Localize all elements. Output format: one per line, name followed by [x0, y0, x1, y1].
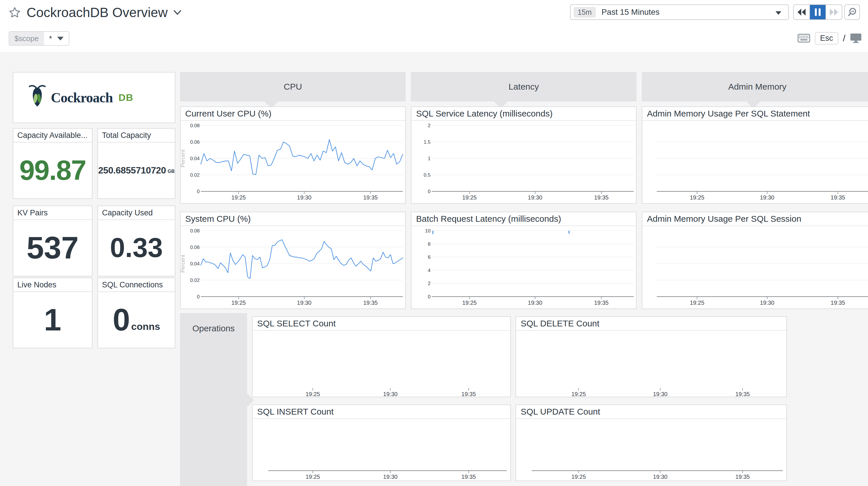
chart-card-admin-memory-statement[interactable]: Admin Memory Usage Per SQL Statement19:2… [642, 106, 868, 204]
chart-card-sql-delete-count[interactable]: SQL DELETE Count19:2519:3019:35 [516, 316, 787, 397]
chart-title: SQL SELECT Count [252, 317, 510, 331]
group-header-operations[interactable]: Operations [180, 313, 247, 486]
svg-text:19:35: 19:35 [363, 299, 378, 306]
brand-suffix: DB [119, 92, 133, 103]
stat-title: Live Nodes [13, 278, 92, 292]
svg-text:0: 0 [428, 294, 431, 299]
chart-card-sql-service-latency[interactable]: SQL Service Latency (milliseconds)00.511… [411, 106, 637, 204]
svg-text:19:35: 19:35 [363, 194, 378, 201]
svg-text:19:30: 19:30 [760, 194, 774, 201]
svg-text:6: 6 [428, 254, 431, 260]
chart-card-batch-request-latency[interactable]: Batch Request Latency (milliseconds)0246… [411, 211, 637, 309]
group-label: Operations [180, 323, 247, 333]
svg-text:19:30: 19:30 [653, 474, 668, 480]
chart-card-sql-insert-count[interactable]: SQL INSERT Count19:2519:3019:35 [252, 404, 511, 481]
scope-name: $scope [9, 32, 44, 45]
svg-text:0.04: 0.04 [190, 261, 200, 266]
chart-card-sql-update-count[interactable]: SQL UPDATE Count19:2519:3019:35 [516, 404, 787, 481]
svg-text:0.02: 0.02 [190, 172, 200, 178]
svg-text:19:25: 19:25 [571, 391, 586, 397]
chart-plot[interactable]: 00.020.040.060.0819:2519:3019:35Percent [181, 226, 405, 309]
chart-title: SQL DELETE Count [516, 317, 786, 331]
chart-plot[interactable]: 19:2519:3019:35 [642, 121, 868, 204]
keyboard-icon[interactable] [798, 34, 810, 42]
chart-card-admin-memory-session[interactable]: Admin Memory Usage Per SQL Session19:251… [642, 211, 868, 309]
chart-card-sql-select-count[interactable]: SQL SELECT Count19:2519:3019:35 [252, 316, 511, 397]
rewind-button[interactable] [794, 5, 810, 19]
stat-value: 99.87 [19, 156, 86, 184]
playback-controls [793, 4, 842, 20]
scope-value[interactable]: * [44, 32, 69, 45]
fast-forward-button[interactable] [826, 5, 842, 19]
group-label: Admin Memory [728, 82, 786, 92]
group-header-cpu[interactable]: CPU [180, 72, 406, 102]
template-variable-scope[interactable]: $scope * [9, 31, 69, 46]
svg-text:19:30: 19:30 [760, 299, 774, 306]
svg-text:19:30: 19:30 [383, 391, 398, 397]
stat-title: KV Pairs [13, 206, 92, 220]
stat-title: Total Capacity [98, 128, 175, 143]
stat-card-total-capacity[interactable]: Total Capacity 250.6855710720GB [97, 128, 176, 199]
group-label: CPU [284, 82, 302, 92]
svg-text:8: 8 [428, 241, 431, 247]
brand-name: Cockroach [51, 90, 113, 106]
chart-card-current-user-cpu[interactable]: Current User CPU (%)00.020.040.060.0819:… [180, 106, 406, 204]
chart-plot[interactable]: 00.511.5219:2519:3019:35 [411, 121, 636, 204]
stat-card-live-nodes[interactable]: Live Nodes 1 [13, 278, 92, 348]
chart-plot[interactable]: 024681019:2519:3019:35 [411, 226, 636, 309]
chart-title: SQL UPDATE Count [516, 405, 786, 419]
zoom-out-button[interactable] [844, 4, 860, 20]
stat-title: Capacity Available... [13, 128, 92, 143]
svg-text:19:30: 19:30 [297, 299, 311, 306]
svg-text:19:35: 19:35 [461, 391, 476, 397]
chart-plot[interactable]: 19:2519:3019:35 [252, 331, 510, 397]
chart-plot[interactable]: 00.020.040.060.0819:2519:3019:35Percent [181, 121, 405, 204]
svg-text:19:30: 19:30 [528, 194, 542, 201]
stat-value: 1 [44, 304, 61, 335]
star-icon[interactable] [9, 6, 21, 19]
svg-text:0: 0 [197, 294, 200, 299]
svg-text:2: 2 [428, 281, 431, 286]
stat-card-capacity-available[interactable]: Capacity Available... 99.87 [13, 128, 92, 199]
stat-card-kv-pairs[interactable]: KV Pairs 537 [13, 205, 92, 277]
svg-text:0: 0 [197, 189, 200, 194]
svg-text:19:30: 19:30 [653, 391, 668, 397]
stat-unit: GB [167, 169, 175, 174]
esc-key[interactable]: Esc [815, 32, 838, 45]
cockroachdb-logo-card: Cockroach DB [13, 72, 176, 123]
svg-text:19:25: 19:25 [231, 194, 246, 201]
chart-plot[interactable]: 19:2519:3019:35 [642, 226, 868, 309]
fast-forward-icon [830, 9, 838, 16]
svg-text:0.08: 0.08 [190, 123, 200, 128]
dashboard-app: CockroachDB Overview 15m Past 15 Minutes… [0, 0, 868, 486]
chart-title: Current User CPU (%) [181, 107, 405, 121]
chevron-down-icon[interactable] [174, 10, 182, 15]
fullscreen-tv-icon[interactable] [850, 33, 862, 43]
dropdown-caret-icon [776, 11, 781, 15]
chart-plot[interactable]: 19:2519:3019:35 [516, 331, 786, 397]
svg-text:10: 10 [425, 228, 431, 234]
stat-value: 250.6855710720 [98, 166, 166, 175]
rewind-icon [798, 9, 806, 16]
scope-caret-icon [57, 37, 64, 40]
svg-text:19:25: 19:25 [305, 391, 320, 397]
chart-title: System CPU (%) [181, 212, 405, 226]
stat-card-sql-connections[interactable]: SQL Connections 0conns [97, 278, 176, 348]
pause-button[interactable] [810, 5, 826, 19]
chart-plot[interactable]: 19:2519:3019:35 [252, 419, 510, 481]
svg-text:19:25: 19:25 [231, 299, 246, 306]
chart-plot[interactable]: 19:2519:3019:35 [516, 419, 786, 481]
group-header-latency[interactable]: Latency [411, 72, 637, 102]
svg-text:19:35: 19:35 [594, 299, 609, 306]
zoom-out-icon [847, 7, 857, 17]
top-bar: CockroachDB Overview 15m Past 15 Minutes… [0, 0, 868, 52]
chart-card-system-cpu[interactable]: System CPU (%)00.020.040.060.0819:2519:3… [180, 211, 406, 309]
svg-text:19:35: 19:35 [735, 474, 750, 480]
chart-title: SQL Service Latency (milliseconds) [411, 107, 636, 121]
stat-card-capacity-used[interactable]: Capacity Used 0.33 [97, 205, 176, 277]
svg-text:1: 1 [428, 156, 431, 161]
svg-text:19:35: 19:35 [831, 194, 845, 201]
time-range-selector[interactable]: 15m Past 15 Minutes [570, 4, 789, 20]
time-range-chip: 15m [574, 7, 596, 18]
svg-text:19:25: 19:25 [690, 194, 704, 201]
